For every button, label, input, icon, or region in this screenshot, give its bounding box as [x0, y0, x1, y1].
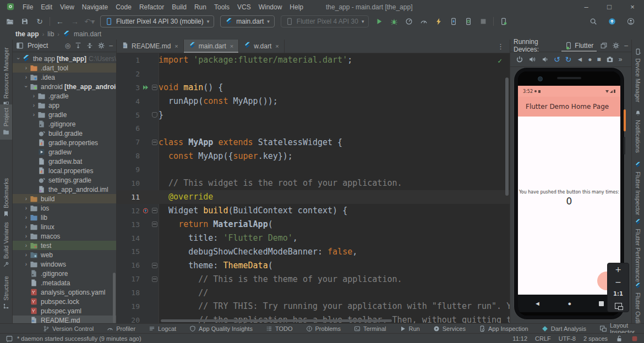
tree-closed-arrow-icon[interactable]: › [23, 205, 30, 211]
code-line-9[interactable]: 9 [117, 163, 510, 176]
tool-window-app-quality-insights[interactable]: App Quality Insights [189, 325, 253, 332]
open-icon[interactable] [3, 15, 17, 27]
tree-item-test[interactable]: ›test [13, 241, 116, 250]
avatar[interactable] [624, 15, 637, 27]
android-back-icon[interactable]: ◄ [576, 56, 583, 63]
fold-marker-icon[interactable] [151, 140, 159, 145]
locate-icon[interactable]: ◎ [65, 42, 70, 49]
zoom-in-button[interactable]: + [615, 266, 621, 273]
expand-all-icon[interactable] [74, 42, 82, 49]
menu-item-run[interactable]: Run [190, 3, 210, 11]
tab-w-dart[interactable]: w.dart× [239, 40, 284, 53]
undo-icon[interactable]: ↶▾ [83, 15, 96, 27]
sync-icon[interactable]: ↻ [33, 15, 46, 27]
tool-window-profiler[interactable]: Profiler [107, 325, 135, 332]
run-button[interactable] [373, 15, 386, 27]
stop-button[interactable] [477, 15, 490, 27]
code-line-19[interactable]: 19 // TRY THIS: Try running your applica… [117, 300, 510, 313]
tree-item-linux[interactable]: ›linux [13, 222, 116, 231]
tree-closed-arrow-icon[interactable]: › [23, 252, 30, 258]
zoom-reset-button[interactable]: 1:1 [613, 291, 623, 297]
menu-item-view[interactable]: View [56, 3, 78, 11]
line-ending[interactable]: CRLF [535, 335, 551, 342]
tree-closed-arrow-icon[interactable]: › [23, 74, 30, 80]
tree-item-gradlew-bat[interactable]: gradlew.bat [13, 157, 116, 166]
stripe-tab-bookmarks[interactable]: Bookmarks [0, 178, 12, 218]
menu-item-window[interactable]: Window [255, 3, 286, 11]
tree-item--idea[interactable]: ›.idea [13, 73, 116, 82]
close-icon[interactable]: × [230, 43, 233, 49]
tree-item-settings-gradle[interactable]: settings.gradle [13, 175, 116, 185]
tree-item-macos[interactable]: ›macos [13, 231, 116, 241]
code-area[interactable]: 1import 'package:flutter/material.dart';… [117, 53, 510, 323]
event-log-icon[interactable] [6, 335, 13, 342]
tab-options-icon[interactable]: ⋮ [492, 40, 510, 53]
volume-up-icon[interactable] [528, 56, 536, 63]
tab-main-dart[interactable]: main.dart× [184, 40, 239, 53]
caret-position[interactable]: 11:12 [512, 335, 527, 342]
editor-hscrollbar[interactable] [161, 319, 392, 322]
tool-window-logcat[interactable]: Logcat [149, 325, 176, 332]
tree-item-the-app-android-iml[interactable]: the_app_android.iml [13, 185, 116, 194]
code-line-6[interactable]: 6 [117, 121, 510, 135]
close-icon[interactable]: × [275, 43, 279, 49]
tree-item-build[interactable]: ›build [13, 194, 116, 203]
tree-item-ios[interactable]: ›ios [13, 203, 116, 213]
menu-item-navigate[interactable]: Navigate [78, 3, 112, 11]
tree-closed-arrow-icon[interactable]: › [23, 224, 30, 230]
stripe-tab-resource-manager[interactable]: Resource Manager [0, 47, 12, 109]
tree-item-pubspec-yaml[interactable]: pubspec.yaml [13, 306, 116, 316]
search-icon[interactable] [587, 15, 600, 27]
code-line-15[interactable]: 15 debugShowCheckedModeBanner: false, [117, 245, 510, 258]
debug-button[interactable] [388, 15, 401, 27]
minimize-icon[interactable]: – [575, 0, 598, 14]
run-config-dropdown[interactable]: main.dart ▾ [220, 15, 275, 27]
tree-closed-arrow-icon[interactable]: › [23, 233, 30, 239]
tree-open-arrow-icon[interactable]: › [23, 83, 29, 90]
attach-debugger-icon[interactable] [447, 15, 460, 27]
ide-update-icon[interactable] [605, 15, 619, 27]
tool-window-version-control[interactable]: Version Control [43, 325, 94, 332]
tab-readme-md[interactable]: README.md× [117, 40, 184, 53]
tree-item-the-app-[interactable]: ›the app [the_app]C:\Users\A [13, 54, 116, 63]
tool-window-problems[interactable]: Problems [306, 325, 341, 332]
menu-item-code[interactable]: Code [112, 3, 135, 11]
encoding[interactable]: UTF-8 [559, 335, 576, 342]
menu-item-edit[interactable]: Edit [37, 3, 56, 11]
code-line-18[interactable]: 18 // [117, 286, 510, 300]
power-icon[interactable] [516, 56, 523, 63]
menu-item-vcs[interactable]: VCS [233, 3, 255, 11]
close-icon[interactable]: × [621, 0, 644, 14]
code-line-14[interactable]: 14 title: 'Flutter Demo', [117, 231, 510, 245]
rotate-left-icon[interactable]: ↺ [554, 55, 560, 64]
tree-item-build-gradle[interactable]: build.gradle [13, 129, 116, 138]
mirror-target-dropdown[interactable]: Flutter Pixel 4 API 30 ▾ [281, 15, 369, 27]
tree-closed-arrow-icon[interactable]: › [30, 112, 37, 118]
tree-closed-arrow-icon[interactable]: › [23, 196, 30, 202]
stripe-tab-flutter-performance[interactable]: Flutter Performance [632, 219, 644, 282]
profile-app-button[interactable] [402, 15, 416, 27]
code-line-7[interactable]: 7class MyApp extends StatelessWidget { [117, 135, 510, 149]
code-line-12[interactable]: 12 Widget build(BuildContext context) { [117, 204, 510, 218]
inspections-ok-icon[interactable]: ✓ [498, 57, 502, 65]
hide-panel-icon[interactable]: – [624, 42, 628, 49]
volume-down-icon[interactable] [541, 56, 549, 63]
tree-item--metadata[interactable]: .metadata [13, 278, 116, 287]
tree-item--gitignore[interactable]: .gitignore [13, 269, 116, 278]
project-scrollbar[interactable] [113, 273, 116, 323]
close-icon[interactable]: × [174, 43, 178, 49]
collapse-all-icon[interactable] [86, 42, 94, 49]
rotate-right-icon[interactable]: ↻ [565, 55, 572, 64]
tree-item-windows[interactable]: ›windows [13, 259, 116, 269]
stripe-tab-flutter-inspector[interactable]: Flutter Inspector [632, 162, 644, 215]
zoom-fit-icon[interactable] [615, 303, 622, 309]
menu-item-build[interactable]: Build [168, 3, 190, 11]
tree-item-readme-md[interactable]: README.md [13, 316, 116, 323]
code-line-5[interactable]: 5} [117, 108, 510, 122]
tool-window-app-inspection[interactable]: App Inspection [479, 325, 528, 332]
tool-window-dart-analysis[interactable]: Dart Analysis [542, 325, 586, 332]
tree-closed-arrow-icon[interactable]: › [23, 242, 30, 248]
save-icon[interactable] [18, 15, 31, 27]
tree-item-lib[interactable]: ›lib [13, 213, 116, 222]
tree-item--gradle[interactable]: ›.gradle [13, 91, 116, 101]
